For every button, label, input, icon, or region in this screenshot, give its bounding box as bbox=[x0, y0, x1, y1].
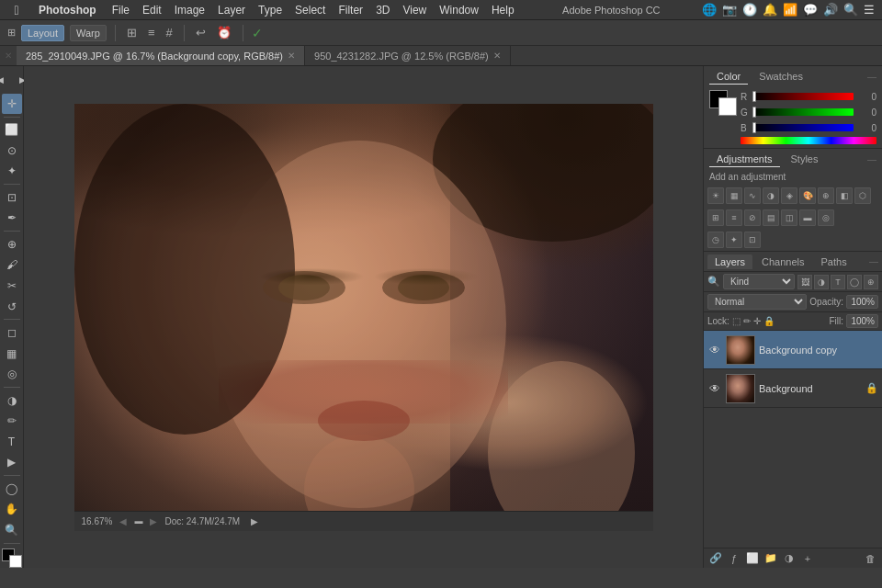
styles-tab[interactable]: Styles bbox=[784, 152, 826, 166]
tab-1-close[interactable]: ✕ bbox=[288, 51, 295, 61]
tool-lasso[interactable]: ⊙ bbox=[2, 141, 22, 161]
bw-btn[interactable]: ◧ bbox=[836, 187, 853, 204]
menu-window[interactable]: Window bbox=[433, 4, 485, 17]
lock-transparent-btn[interactable]: ⬚ bbox=[732, 316, 741, 326]
tool-blur[interactable]: ◎ bbox=[2, 364, 22, 384]
filter-adj-btn[interactable]: ◑ bbox=[814, 275, 829, 289]
menu-layer[interactable]: Layer bbox=[211, 4, 252, 17]
canvas-image[interactable] bbox=[74, 104, 653, 531]
new-layer-btn[interactable]: + bbox=[799, 550, 816, 567]
delete-layer-btn[interactable]: 🗑 bbox=[862, 550, 878, 567]
tool-shape[interactable]: ◯ bbox=[2, 479, 22, 499]
menu-image[interactable]: Image bbox=[168, 4, 211, 17]
confirm-icon[interactable]: ✓ bbox=[252, 26, 263, 40]
menu-filter[interactable]: Filter bbox=[332, 4, 369, 17]
red-value[interactable]: 0 bbox=[856, 92, 876, 102]
tool-move[interactable]: ✛ bbox=[2, 94, 22, 114]
menu-3d[interactable]: 3D bbox=[369, 4, 396, 17]
link-layers-btn[interactable]: 🔗 bbox=[707, 550, 724, 567]
search-icon[interactable]: 🔍 bbox=[843, 3, 858, 17]
vibrance-btn[interactable]: ◈ bbox=[781, 187, 797, 204]
background-color[interactable] bbox=[9, 555, 22, 568]
layer-visibility-2[interactable]: 👁 bbox=[707, 381, 722, 396]
adjustments-tab[interactable]: Adjustments bbox=[709, 152, 780, 167]
curves-btn[interactable]: ∿ bbox=[744, 187, 761, 204]
close-panel-icon[interactable]: ✕ bbox=[0, 46, 17, 65]
tool-toggle-arrow[interactable]: ◀ bbox=[0, 70, 11, 90]
new-group-btn[interactable]: 📁 bbox=[763, 550, 779, 567]
new-adjustment-btn[interactable]: ◑ bbox=[781, 550, 797, 567]
threshold-btn[interactable]: ◫ bbox=[781, 209, 797, 226]
grid-icon[interactable]: ⊞ bbox=[124, 26, 140, 40]
filter-type-select[interactable]: Kind bbox=[723, 274, 795, 289]
tab-1[interactable]: 285_2910049.JPG @ 16.7% (Background copy… bbox=[17, 46, 305, 65]
background-color-swatch[interactable] bbox=[718, 97, 737, 116]
apple-icon[interactable]:  bbox=[0, 3, 33, 17]
tool-rect-select[interactable]: ⬜ bbox=[2, 120, 22, 141]
hash-icon[interactable]: # bbox=[164, 26, 175, 40]
spectrum-bar[interactable] bbox=[741, 137, 876, 144]
invert-btn[interactable]: ⊘ bbox=[744, 209, 761, 226]
adj-panel-collapse[interactable]: — bbox=[867, 154, 876, 164]
gradient-map-btn[interactable]: ▬ bbox=[799, 209, 816, 226]
layout-button[interactable]: Layout bbox=[21, 25, 64, 41]
filter-smart-btn[interactable]: ⊕ bbox=[864, 275, 878, 289]
tool-history-brush[interactable]: ↺ bbox=[2, 297, 22, 317]
photo-filter-btn[interactable]: ⬡ bbox=[854, 187, 871, 204]
levels-btn[interactable]: ▦ bbox=[726, 187, 742, 204]
tool-pen[interactable]: ✏ bbox=[2, 411, 22, 431]
tool-healing[interactable]: ⊕ bbox=[2, 234, 22, 254]
tab-2[interactable]: 950_4231282.JPG @ 12.5% (RGB/8#) ✕ bbox=[305, 46, 511, 65]
tool-path-select[interactable]: ▶ bbox=[2, 452, 22, 472]
blue-value[interactable]: 0 bbox=[856, 123, 876, 133]
tool-dodge[interactable]: ◑ bbox=[2, 390, 22, 411]
channels-tab[interactable]: Channels bbox=[754, 254, 811, 269]
play-button[interactable]: ▶ bbox=[251, 516, 258, 526]
tool-brush[interactable]: 🖌 bbox=[2, 255, 22, 276]
nav-prev[interactable]: ◀ bbox=[119, 516, 127, 526]
red-slider[interactable] bbox=[752, 93, 854, 100]
menu-select[interactable]: Select bbox=[288, 4, 332, 17]
lock-all-btn[interactable]: 🔒 bbox=[763, 316, 775, 326]
adj-extra-3[interactable]: ⊡ bbox=[744, 232, 761, 248]
add-mask-btn[interactable]: ⬜ bbox=[744, 550, 761, 567]
green-value[interactable]: 0 bbox=[856, 107, 876, 118]
exposure-btn[interactable]: ◑ bbox=[763, 187, 779, 204]
tool-gradient[interactable]: ▦ bbox=[2, 344, 22, 364]
menu-edit[interactable]: Edit bbox=[136, 4, 168, 17]
menu-type[interactable]: Type bbox=[252, 4, 288, 17]
blue-slider[interactable] bbox=[752, 124, 854, 131]
opacity-input[interactable] bbox=[846, 295, 878, 309]
color-panel-collapse[interactable]: — bbox=[867, 72, 876, 82]
lock-position-btn[interactable]: ✛ bbox=[753, 316, 761, 326]
layer-item-background[interactable]: 👁 Background 🔒 bbox=[704, 369, 882, 408]
color-balance-btn[interactable]: ⊕ bbox=[818, 187, 834, 204]
tool-text[interactable]: T bbox=[2, 432, 22, 452]
adj-extra-1[interactable]: ◷ bbox=[707, 232, 724, 248]
filter-shape-btn[interactable]: ◯ bbox=[847, 275, 862, 289]
layers-panel-collapse[interactable]: — bbox=[869, 256, 878, 266]
channel-mixer-btn[interactable]: ⊞ bbox=[707, 209, 724, 226]
green-slider[interactable] bbox=[752, 108, 854, 116]
layer-visibility-1[interactable]: 👁 bbox=[707, 343, 722, 357]
warp-button[interactable]: Warp bbox=[70, 25, 107, 41]
menu-file[interactable]: File bbox=[106, 4, 136, 17]
tool-magic-wand[interactable]: ✦ bbox=[2, 162, 22, 182]
menu-help[interactable]: Help bbox=[485, 4, 521, 17]
tab-2-close[interactable]: ✕ bbox=[493, 51, 501, 61]
fill-input[interactable] bbox=[846, 314, 878, 328]
swatches-tab[interactable]: Swatches bbox=[752, 69, 810, 84]
nav-next[interactable]: ▶ bbox=[150, 516, 157, 526]
filter-type-btn[interactable]: T bbox=[831, 275, 845, 289]
tool-eraser[interactable]: ◻ bbox=[2, 322, 22, 343]
color-tab[interactable]: Color bbox=[709, 69, 748, 85]
layers-tab[interactable]: Layers bbox=[707, 254, 752, 269]
paths-tab[interactable]: Paths bbox=[814, 254, 854, 269]
tool-crop[interactable]: ⊡ bbox=[2, 187, 22, 208]
clock2-icon[interactable]: ⏰ bbox=[214, 26, 234, 40]
color-lookup-btn[interactable]: ≡ bbox=[726, 209, 742, 226]
adj-extra-2[interactable]: ✦ bbox=[726, 232, 742, 248]
undo-icon[interactable]: ↩ bbox=[193, 26, 209, 40]
add-style-btn[interactable]: ƒ bbox=[726, 550, 742, 567]
posterize-btn[interactable]: ▤ bbox=[763, 209, 779, 226]
